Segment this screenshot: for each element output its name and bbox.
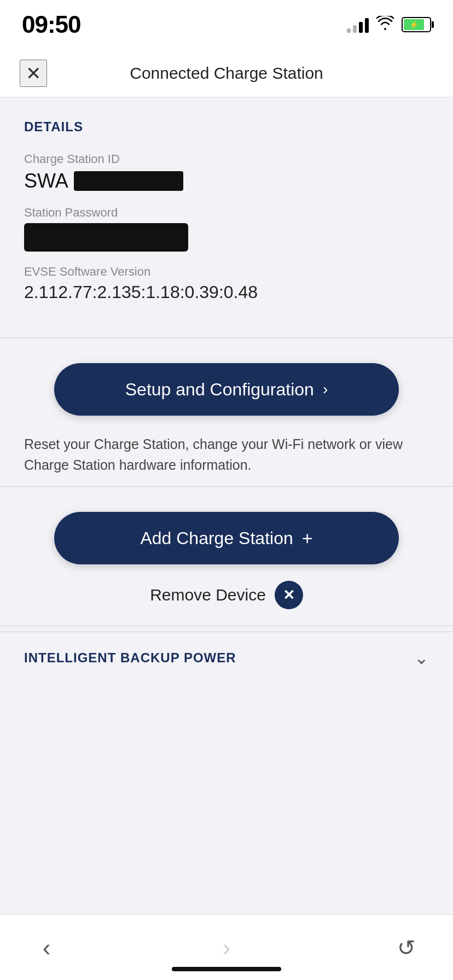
station-password-redacted bbox=[24, 223, 188, 252]
remove-device-label: Remove Device bbox=[150, 586, 266, 604]
station-password-group: Station Password bbox=[24, 206, 429, 252]
reload-button[interactable]: ↺ bbox=[387, 929, 426, 967]
divider-1 bbox=[0, 337, 453, 338]
status-icons: ⚡ bbox=[347, 15, 431, 34]
evse-software-version-value: 2.112.77:2.135:1.18:0.39:0.48 bbox=[24, 282, 429, 302]
remove-x-icon: ✕ bbox=[283, 588, 295, 602]
ibp-section[interactable]: INTELLIGENT BACKUP POWER ⌄ bbox=[0, 632, 453, 684]
signal-icon bbox=[347, 16, 369, 33]
remove-device-button[interactable]: Remove Device ✕ bbox=[150, 581, 303, 609]
add-charge-station-button[interactable]: Add Charge Station + bbox=[54, 512, 399, 564]
back-arrow-icon: ‹ bbox=[43, 936, 51, 960]
battery-icon: ⚡ bbox=[402, 17, 431, 32]
details-section: DETAILS Charge Station ID SWA Station Pa… bbox=[0, 97, 453, 332]
setup-chevron-icon: › bbox=[323, 381, 328, 398]
setup-button-section: Setup and Configuration › bbox=[0, 343, 453, 421]
reload-icon: ↺ bbox=[397, 935, 416, 960]
close-button[interactable]: ✕ bbox=[20, 60, 47, 87]
evse-software-version-label: EVSE Software Version bbox=[24, 265, 429, 279]
ibp-chevron-icon: ⌄ bbox=[414, 648, 429, 668]
details-section-label: DETAILS bbox=[24, 119, 429, 135]
forward-arrow-icon: › bbox=[223, 936, 231, 960]
charge-station-id-label: Charge Station ID bbox=[24, 152, 429, 166]
add-plus-icon: + bbox=[302, 528, 313, 549]
home-indicator bbox=[172, 967, 281, 971]
charge-station-id-group: Charge Station ID SWA bbox=[24, 152, 429, 192]
setup-configuration-button[interactable]: Setup and Configuration › bbox=[54, 363, 399, 416]
add-button-section: Add Charge Station + bbox=[0, 492, 453, 570]
station-password-label: Station Password bbox=[24, 206, 429, 220]
status-bar: 09:50 ⚡ bbox=[0, 0, 453, 49]
page-title: Connected Charge Station bbox=[130, 64, 323, 83]
back-button[interactable]: ‹ bbox=[27, 929, 66, 967]
close-icon: ✕ bbox=[26, 64, 41, 83]
evse-software-version-group: EVSE Software Version 2.112.77:2.135:1.1… bbox=[24, 265, 429, 302]
ibp-label: INTELLIGENT BACKUP POWER bbox=[24, 650, 236, 666]
setup-button-label: Setup and Configuration bbox=[125, 380, 314, 400]
wifi-icon bbox=[376, 15, 394, 34]
forward-button[interactable]: › bbox=[207, 929, 246, 967]
divider-2 bbox=[0, 486, 453, 487]
main-content: DETAILS Charge Station ID SWA Station Pa… bbox=[0, 97, 453, 705]
charge-station-id-redacted bbox=[74, 171, 183, 191]
charge-station-id-value: SWA bbox=[24, 170, 429, 192]
divider-3 bbox=[0, 626, 453, 626]
status-time: 09:50 bbox=[22, 11, 81, 38]
remove-icon-circle: ✕ bbox=[275, 581, 303, 609]
nav-bar: ✕ Connected Charge Station bbox=[0, 49, 453, 97]
add-button-label: Add Charge Station bbox=[140, 528, 293, 549]
setup-description: Reset your Charge Station, change your W… bbox=[0, 421, 453, 481]
remove-device-section: Remove Device ✕ bbox=[0, 570, 453, 620]
